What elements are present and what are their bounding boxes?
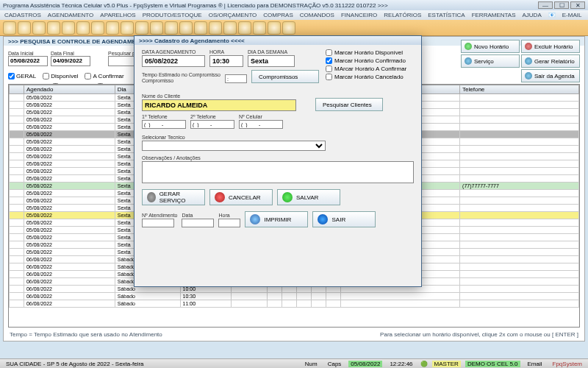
- menu-ferramentas[interactable]: FERRAMENTAS: [472, 12, 516, 18]
- window-titlebar: Programa Assistência Técnica Celular v5.…: [0, 0, 588, 10]
- chk-marcar-disponivel[interactable]: Marcar Horário Disponível: [326, 49, 414, 56]
- menu-estatistica[interactable]: ESTATÍSTICA: [428, 12, 465, 18]
- grid-header[interactable]: Agendado: [24, 85, 115, 94]
- excluir-horario-button[interactable]: Excluir Horário: [521, 40, 580, 53]
- toolbar-icon[interactable]: [135, 21, 148, 35]
- chk-geral[interactable]: GERAL: [8, 73, 36, 79]
- pesquisar-clientes-button[interactable]: Pesquisar Clientes: [315, 98, 383, 111]
- chk-marcar-aconfirmar[interactable]: MArcar Horário A Confirmar: [326, 66, 414, 72]
- connection-icon: 🟢: [420, 361, 428, 367]
- chk-marcar-cancelado[interactable]: Marcar Horário Cancelado: [326, 74, 414, 80]
- menu-os[interactable]: OS/ORÇAMENTO: [209, 12, 257, 18]
- toolbar-icon[interactable]: [223, 21, 237, 35]
- toolbar-icon[interactable]: [165, 21, 178, 35]
- toolbar-icon[interactable]: [150, 21, 163, 35]
- observacoes-textarea[interactable]: [142, 161, 414, 183]
- menu-agendamento[interactable]: AGENDAMENTO: [48, 12, 94, 18]
- toolbar-icon[interactable]: [179, 21, 193, 35]
- data-inicial-input[interactable]: [8, 56, 48, 66]
- grid-header[interactable]: Telefone: [460, 85, 579, 94]
- exit-icon: [525, 72, 532, 79]
- nome-cliente-input[interactable]: [142, 99, 296, 111]
- footer-left: Tempo = Tempo Estimado que será usado no…: [10, 331, 162, 338]
- menu-compras[interactable]: COMPRAS: [263, 12, 293, 18]
- toolbar-icon[interactable]: [282, 21, 295, 35]
- data-final-label: Data Final: [51, 51, 90, 56]
- report-icon: [525, 57, 532, 65]
- toolbar: [0, 20, 588, 36]
- toolbar-icon[interactable]: [32, 21, 46, 35]
- telefone2-input[interactable]: [190, 120, 234, 129]
- maximize-button[interactable]: ☐: [554, 1, 569, 9]
- dia-semana-input[interactable]: [248, 55, 295, 67]
- menu-aparelhos[interactable]: APARELHOS: [100, 12, 135, 18]
- data-agendamento-input[interactable]: [142, 55, 205, 67]
- compromissos-button[interactable]: Compromissos: [251, 70, 319, 83]
- gear-icon: [465, 57, 472, 65]
- menu-bar: CADASTROS AGENDAMENTO APARELHOS PRODUTO/…: [0, 10, 588, 20]
- toolbar-icon[interactable]: [238, 21, 251, 35]
- toolbar-icon[interactable]: [47, 21, 60, 35]
- grid-header[interactable]: [10, 85, 24, 94]
- toolbar-icon[interactable]: [91, 21, 104, 35]
- natendimento-input[interactable]: [142, 219, 174, 227]
- toolbar-icon[interactable]: [106, 21, 119, 35]
- x-icon: [525, 43, 532, 50]
- servico-button[interactable]: Serviço: [461, 54, 520, 68]
- imprimir-button[interactable]: IMPRIMIR: [245, 211, 308, 227]
- toolbar-icon[interactable]: [209, 21, 222, 35]
- hora-input[interactable]: [209, 55, 243, 67]
- chk-disponivel[interactable]: Disponível: [43, 73, 78, 79]
- window-title: Programa Assistência Técnica Celular v5.…: [3, 2, 537, 9]
- menu-email[interactable]: E-MAIL: [562, 12, 582, 18]
- data-inicial-label: Data Inicial: [8, 51, 48, 56]
- menu-cadastros[interactable]: CADASTROS: [4, 12, 41, 18]
- menu-relatorios[interactable]: RELATÓRIOS: [384, 12, 421, 18]
- toolbar-icon[interactable]: [253, 21, 266, 35]
- tempo-input[interactable]: [225, 74, 247, 83]
- printer-icon: [250, 214, 260, 224]
- gear-icon: [147, 192, 156, 202]
- sair-button[interactable]: SAIR: [312, 211, 376, 227]
- sair-agenda-button[interactable]: Sair da Agenda: [521, 69, 580, 82]
- menu-ajuda[interactable]: AJUDA: [522, 12, 541, 18]
- grid-row[interactable]: 06/08/2022Sábado11:00: [10, 300, 579, 308]
- toolbar-icon[interactable]: [268, 21, 281, 35]
- gerar-relatorio-button[interactable]: Gerar Relatório: [521, 54, 580, 68]
- salvar-button[interactable]: SALVAR: [277, 189, 340, 205]
- toolbar-icon[interactable]: [121, 21, 134, 35]
- toolbar-icon[interactable]: [18, 21, 31, 35]
- check-icon: [282, 192, 293, 202]
- chk-aconfirmar[interactable]: A Confirmar: [85, 73, 123, 79]
- gerar-servico-button[interactable]: GERAR SERVIÇO: [142, 189, 205, 205]
- close-button[interactable]: ✕: [570, 1, 585, 9]
- arrow-icon: [318, 214, 328, 224]
- data2-input[interactable]: [182, 219, 214, 227]
- menu-produto[interactable]: PRODUTO/ESTOQUE: [143, 12, 202, 18]
- data-final-input[interactable]: [51, 56, 90, 66]
- chk-marcar-confirmado[interactable]: Marcar Horário Confirmado: [326, 57, 414, 64]
- telefone1-input[interactable]: [142, 120, 186, 129]
- tecnico-select[interactable]: [142, 141, 326, 151]
- status-bar: SUA CIDADE - SP 5 de Agosto de 2022 - Se…: [0, 358, 588, 368]
- toolbar-icon[interactable]: [3, 21, 16, 35]
- cadastro-agendamento-dialog: >>>> Cadastro do Agendamento <<<< DATA A…: [134, 35, 422, 287]
- menu-comandos[interactable]: COMANDOS: [300, 12, 334, 18]
- toolbar-icon[interactable]: [76, 21, 90, 35]
- hora2-input[interactable]: [218, 219, 240, 227]
- footer-right: Para selecionar um horário disponível, c…: [380, 331, 578, 338]
- cancel-icon: [215, 192, 225, 202]
- grid-row[interactable]: 06/08/2022Sábado10:30: [10, 293, 579, 300]
- dialog-title: >>>> Cadastro do Agendamento <<<<: [135, 36, 421, 45]
- menu-financeiro[interactable]: FINANCEIRO: [341, 12, 377, 18]
- plus-icon: [465, 43, 472, 50]
- celular-input[interactable]: [239, 120, 283, 129]
- cancelar-button[interactable]: CANCELAR: [209, 189, 273, 205]
- minimize-button[interactable]: —: [538, 1, 553, 9]
- novo-horario-button[interactable]: Novo Horário: [461, 40, 520, 53]
- toolbar-icon[interactable]: [194, 21, 207, 35]
- toolbar-icon[interactable]: [62, 21, 75, 35]
